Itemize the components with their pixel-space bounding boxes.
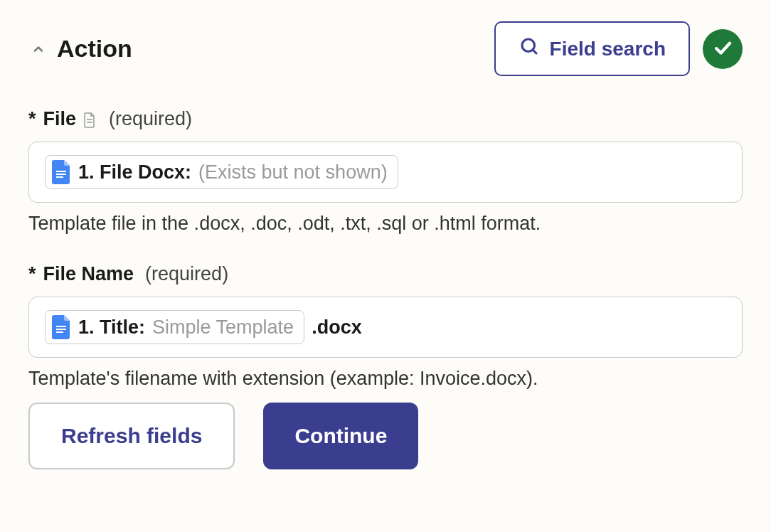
filename-suffix: .docx — [312, 316, 362, 339]
filename-label-row: * File Name (required) — [28, 263, 743, 285]
svg-line-1 — [533, 50, 536, 53]
svg-rect-9 — [56, 331, 63, 333]
file-label: File — [43, 108, 77, 130]
token-label: 1. Title: — [78, 316, 145, 339]
filename-help-text: Template's filename with extension (exam… — [28, 368, 743, 390]
svg-rect-8 — [56, 329, 66, 330]
continue-button[interactable]: Continue — [263, 403, 418, 469]
field-search-label: Field search — [550, 38, 666, 60]
refresh-fields-button[interactable]: Refresh fields — [28, 403, 235, 469]
filename-token[interactable]: 1. Title: Simple Template — [45, 310, 304, 344]
google-doc-icon — [51, 160, 71, 184]
filename-input[interactable]: 1. Title: Simple Template .docx — [28, 297, 743, 358]
chevron-up-icon[interactable] — [28, 39, 48, 59]
token-label: 1. File Docx: — [78, 161, 191, 183]
svg-rect-6 — [56, 176, 63, 178]
required-text: (required) — [145, 263, 228, 285]
token-value: (Exists but not shown) — [198, 161, 388, 183]
google-doc-icon — [51, 315, 71, 339]
check-icon — [712, 37, 733, 61]
file-help-text: Template file in the .docx, .doc, .odt, … — [28, 213, 743, 235]
token-value: Simple Template — [152, 316, 294, 339]
document-outline-icon — [83, 112, 97, 127]
filename-label: File Name — [43, 263, 134, 285]
svg-rect-7 — [56, 326, 66, 327]
required-asterisk: * — [28, 108, 36, 130]
search-icon — [519, 36, 540, 62]
required-text: (required) — [109, 108, 192, 130]
file-label-row: * File (required) — [28, 108, 743, 130]
filename-field-group: * File Name (required) 1. Title: Simple … — [28, 263, 743, 469]
file-token[interactable]: 1. File Docx: (Exists but not shown) — [45, 155, 398, 189]
file-input[interactable]: 1. File Docx: (Exists but not shown) — [28, 142, 743, 203]
svg-rect-5 — [56, 174, 66, 175]
svg-rect-4 — [56, 171, 66, 172]
file-field-group: * File (required) 1. File Docx: (Exists … — [28, 108, 743, 235]
field-search-button[interactable]: Field search — [494, 21, 690, 76]
required-asterisk: * — [28, 263, 36, 285]
status-success-badge — [703, 29, 743, 69]
section-title: Action — [57, 35, 494, 63]
button-row: Refresh fields Continue — [28, 403, 743, 469]
section-header: Action Field search — [28, 21, 743, 76]
